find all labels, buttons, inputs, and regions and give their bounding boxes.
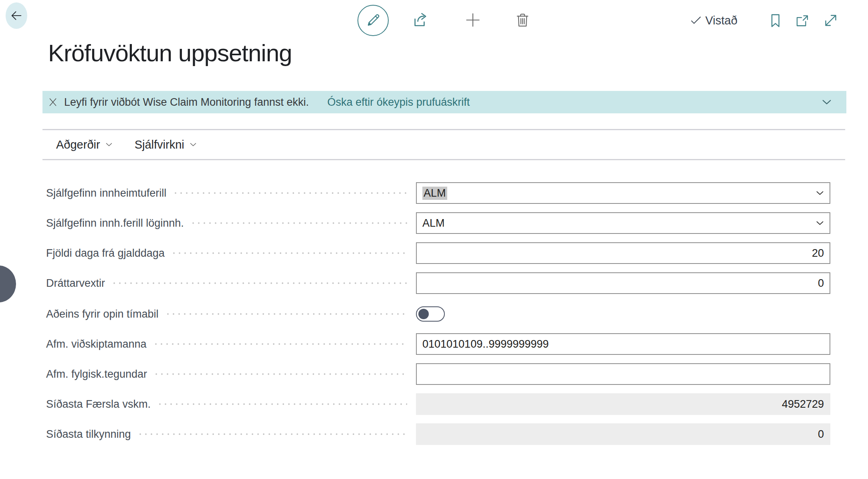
chevron-down-icon <box>104 140 114 149</box>
chevron-down-icon <box>188 140 198 149</box>
new-button[interactable] <box>463 10 482 30</box>
add-icon <box>463 10 482 30</box>
field-label: Dráttarvextir <box>46 277 105 290</box>
notification-banner: Leyfi fyrir viðbót Wise Claim Monitoring… <box>42 91 846 113</box>
dotted-leader <box>153 343 407 345</box>
delete-button[interactable] <box>513 10 532 30</box>
field-label: Afm. fylgisk.tegundar <box>46 368 147 380</box>
field-row: Afm. viðskiptamanna 0101010109..99999999… <box>46 333 830 355</box>
menu-actions[interactable]: Aðgerðir <box>56 138 114 151</box>
expand-icon <box>822 12 840 29</box>
dotted-leader <box>157 403 407 405</box>
field-label: Aðeins fyrir opin tímabil <box>46 308 159 320</box>
claim-monitoring-setup-page: Vistað Kröfuvöktun uppsetning <box>0 0 868 479</box>
share-button[interactable] <box>411 10 430 30</box>
divider <box>42 159 845 160</box>
bookmark-button[interactable] <box>766 11 785 30</box>
open-in-window-button[interactable] <box>793 12 811 30</box>
saved-label: Vistað <box>705 14 737 27</box>
input-afm-vidskiptamanna[interactable]: 0101010109..9999999999 <box>416 333 830 355</box>
selected-text: ALM <box>422 187 447 200</box>
dotted-leader <box>171 252 407 254</box>
chevron-down-icon[interactable] <box>820 95 834 109</box>
field-sidasta-tilkynning: 0 <box>416 423 830 445</box>
banner-trial-link[interactable]: Óska eftir ókeypis prufuáskrift <box>327 96 470 109</box>
bookmark-icon <box>767 12 784 29</box>
input-drattarvextir[interactable]: 0 <box>416 272 830 294</box>
field-label: Sjálfgefinn innheimtuferill <box>46 187 166 199</box>
input-sjalfgefinn-innheimtuferill[interactable]: ALM <box>416 182 830 204</box>
page-title: Kröfuvöktun uppsetning <box>48 39 292 67</box>
field-label: Afm. viðskiptamanna <box>46 338 147 350</box>
field-label: Sjálfgefinn innh.ferill löginnh. <box>46 217 184 229</box>
dotted-leader <box>190 222 407 224</box>
input-sjalfgefinn-innhferill-loginnh[interactable]: ALM <box>416 212 830 234</box>
toggle-adeins-fyrir-opin-timabil[interactable] <box>416 306 445 322</box>
field-row: Afm. fylgisk.tegundar <box>46 363 830 385</box>
field-label: Síðasta Færsla vskm. <box>46 398 151 411</box>
field-row: Aðeins fyrir opin tímabil <box>46 303 830 325</box>
field-row: Síðasta Færsla vskm. 4952729 <box>46 393 830 415</box>
toggle-knob <box>418 309 429 319</box>
delete-icon <box>514 11 531 29</box>
close-icon[interactable] <box>47 97 59 108</box>
field-row: Síðasta tilkynning 0 <box>46 423 830 445</box>
expand-button[interactable] <box>822 11 840 30</box>
open-window-icon <box>794 12 811 29</box>
dotted-leader <box>165 313 407 315</box>
back-arrow-icon <box>9 8 24 23</box>
field-row: Sjálfgefinn innh.ferill löginnh. ALM <box>46 212 830 234</box>
saved-check-icon <box>689 14 703 27</box>
input-afm-fylgisk-tegundar[interactable] <box>416 363 830 385</box>
dropdown-chevron-icon[interactable] <box>814 187 826 199</box>
back-button[interactable] <box>6 2 27 29</box>
field-sidasta-faersla-vskm: 4952729 <box>416 393 830 415</box>
save-status: Vistað <box>689 12 737 29</box>
dotted-leader <box>137 433 407 435</box>
edit-button[interactable] <box>357 5 389 36</box>
field-row: Sjálfgefinn innheimtuferill ALM <box>46 182 830 204</box>
edge-handle[interactable] <box>0 266 16 302</box>
share-icon <box>411 10 430 30</box>
dotted-leader <box>153 373 407 375</box>
menu-automation[interactable]: Sjálfvirkni <box>135 138 198 151</box>
field-row: Fjöldi daga frá gjalddaga 20 <box>46 242 830 264</box>
field-label: Fjöldi daga frá gjalddaga <box>46 247 165 260</box>
dotted-leader <box>111 282 407 284</box>
field-row: Dráttarvextir 0 <box>46 272 830 294</box>
dotted-leader <box>173 192 407 194</box>
edit-pencil-icon <box>365 12 382 29</box>
input-fjoldi-daga-fra-gjalddaga[interactable]: 20 <box>416 242 830 264</box>
action-bar: Aðgerðir Sjálfvirkni <box>56 130 198 159</box>
banner-message: Leyfi fyrir viðbót Wise Claim Monitoring… <box>64 96 309 109</box>
field-label: Síðasta tilkynning <box>46 428 131 441</box>
dropdown-chevron-icon[interactable] <box>814 217 826 229</box>
